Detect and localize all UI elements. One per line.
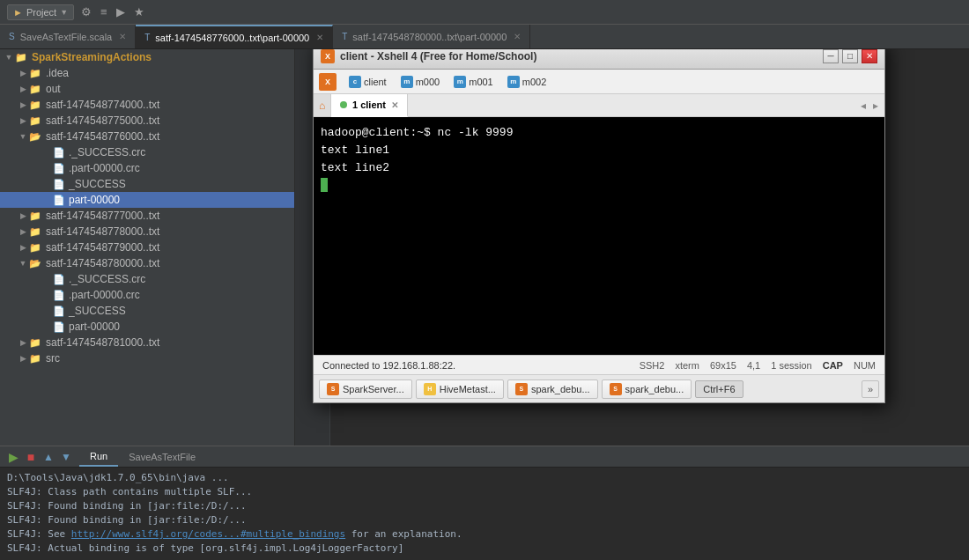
top-bar-left: ► Project ▼ ⚙ ≡ ▶ ★ (0, 4, 153, 20)
sidebar: ▼ 📁 SparkStreamingActions ▶ 📁 .idea ▶ 📁 … (0, 49, 295, 446)
xshell-app-icon: X (321, 49, 335, 63)
xshell-taskbar-sparkserver[interactable]: S SparkServer... (319, 379, 412, 399)
m001-sess-icon: m (454, 76, 466, 88)
sidebar-item-success-776[interactable]: 📄 _SUCCESS (0, 176, 294, 192)
xshell-taskbar-hivemetast[interactable]: H HiveMetast... (416, 379, 504, 399)
bottom-tab-save-label: SaveAsTextFile (129, 452, 196, 462)
success-780-label: _SUCCESS (69, 305, 126, 317)
xshell-close-btn[interactable]: ✕ (862, 49, 877, 63)
sparkdebu1-icon: S (515, 383, 528, 395)
sidebar-item-satf777[interactable]: ▶ 📁 satf-1474548777000..txt (0, 208, 294, 224)
run-arrow-up-btn[interactable]: ▲ (41, 449, 56, 465)
sidebar-item-idea[interactable]: ▶ 📁 .idea (0, 65, 294, 81)
sidebar-item-satf775[interactable]: ▶ 📁 satf-1474548775000..txt (0, 113, 294, 129)
out-folder-icon: 📁 (28, 84, 42, 95)
tab-scala-icon: S (9, 32, 15, 41)
xshell-status-right: SSH2 xterm 69x15 4,1 1 session CAP NUM (640, 360, 876, 371)
tab-saveastextfile-close[interactable]: ✕ (119, 32, 126, 41)
run-play-btn[interactable]: ▶ (5, 449, 21, 465)
bottom-panel: ▶ ■ ▲ ▼ Run SaveAsTextFile D:\Tools\Java… (0, 446, 969, 560)
xshell-size-status: 69x15 (710, 360, 736, 371)
sidebar-item-part-crc-780[interactable]: 📄 .part-00000.crc (0, 287, 294, 303)
xshell-taskbar-sparkdebu2[interactable]: S spark_debu... (602, 379, 692, 399)
xshell-tab-client-label: 1 client (352, 99, 386, 110)
build-icon[interactable]: ≡ (99, 4, 109, 20)
sparkserver-label: SparkServer... (343, 384, 404, 394)
sidebar-item-satf781[interactable]: ▶ 📁 satf-1474548781000..txt (0, 335, 294, 350)
bottom-tab-run[interactable]: Run (79, 446, 118, 467)
sidebar-item-part-776[interactable]: 📄 part-00000 (0, 192, 294, 208)
xshell-maximize-btn[interactable]: □ (842, 49, 858, 63)
sidebar-item-success-crc-780[interactable]: 📄 ._SUCCESS.crc (0, 271, 294, 287)
xshell-m000-btn[interactable]: m m000 (396, 74, 446, 90)
satf777-folder-icon: 📁 (28, 210, 42, 222)
xshell-m001-btn[interactable]: m m001 (448, 74, 499, 90)
xshell-tab-client[interactable]: 1 client ✕ (331, 94, 408, 117)
sidebar-item-satf774[interactable]: ▶ 📁 satf-1474548774000..txt (0, 97, 294, 113)
xshell-window: X client - Xshell 4 (Free for Home/Schoo… (313, 49, 885, 403)
sidebar-item-satf778[interactable]: ▶ 📁 satf-1474548778000..txt (0, 224, 294, 239)
run-arrow-down-btn[interactable]: ▼ (58, 449, 74, 465)
project-label: Project (26, 7, 56, 18)
sidebar-item-success-780[interactable]: 📄 _SUCCESS (0, 303, 294, 319)
project-dropdown[interactable]: ► Project ▼ (7, 4, 74, 20)
tab-satf-776-close[interactable]: ✕ (316, 33, 323, 42)
idea-arrow: ▶ (18, 69, 28, 77)
xshell-taskbar-sparkdebu1[interactable]: S spark_debu... (507, 379, 598, 399)
xshell-client-btn[interactable]: c client (344, 74, 392, 90)
xshell-terminal[interactable]: hadoop@client:~$ nc -lk 9999 text line1 … (314, 117, 884, 355)
xshell-title-left: X client - Xshell 4 (Free for Home/Schoo… (321, 49, 536, 63)
part-780-label: part-00000 (69, 321, 120, 333)
xshell-tab-close[interactable]: ✕ (391, 100, 398, 110)
xshell-win-btns: ─ □ ✕ (823, 49, 877, 63)
root-folder-icon: 📁 (14, 52, 28, 63)
m002-sess-icon: m (507, 76, 520, 88)
sidebar-root[interactable]: ▼ 📁 SparkStreamingActions (0, 49, 294, 65)
ctrl-f6-label: Ctrl+F6 (703, 384, 735, 394)
root-arrow: ▼ (4, 53, 14, 62)
debug-icon[interactable]: ★ (132, 4, 146, 20)
ide-container: ► Project ▼ ⚙ ≡ ▶ ★ S SaveAsTextFile.sca… (0, 0, 969, 560)
top-bar: ► Project ▼ ⚙ ≡ ▶ ★ (0, 0, 969, 25)
sparkdebu2-label: spark_debu... (625, 384, 684, 394)
sidebar-item-satf779[interactable]: ▶ 📁 satf-1474548779000..txt (0, 239, 294, 255)
sidebar-item-part-crc-776[interactable]: 📄 .part-00000.crc (0, 160, 294, 176)
src-arrow: ▶ (18, 354, 28, 363)
sidebar-content: ▼ 📁 SparkStreamingActions ▶ 📁 .idea ▶ 📁 … (0, 49, 294, 446)
tab-satf-776[interactable]: T satf-1474548776000..txt\part-00000 ✕ (136, 25, 333, 48)
log-line-5-link[interactable]: http://www.slf4j.org/codes...#multiple_b… (71, 528, 345, 540)
part-crc-776-icon: 📄 (53, 163, 65, 174)
xshell-ctrl-f6[interactable]: Ctrl+F6 (695, 380, 743, 398)
part-776-label: part-00000 (69, 194, 120, 206)
sidebar-item-success-crc-776[interactable]: 📄 ._SUCCESS.crc (0, 144, 294, 160)
sparkserver-icon: S (327, 383, 339, 395)
xshell-bottom-bar: S SparkServer... H HiveMetast... S spark… (314, 374, 884, 402)
log-line-5-prefix: SLF4J: See (7, 528, 71, 540)
bottom-tab-saveastextfile[interactable]: SaveAsTextFile (118, 446, 206, 467)
xshell-nav-prev[interactable]: ◂ (858, 99, 869, 112)
log-line-5-suffix: for an explanation. (351, 528, 462, 540)
sidebar-item-src[interactable]: ▶ 📁 src (0, 350, 294, 366)
tab-satf-780[interactable]: T satf-1474548780000..txt\part-00000 ✕ (333, 25, 530, 48)
satf780-folder-icon: 📂 (28, 258, 42, 269)
tab-satf-780-close[interactable]: ✕ (514, 32, 521, 41)
satf775-folder-icon: 📁 (28, 115, 42, 127)
sidebar-item-satf780[interactable]: ▼ 📂 satf-1474548780000..txt (0, 255, 294, 271)
success-crc-780-icon: 📄 (53, 274, 65, 285)
xshell-minimize-btn[interactable]: ─ (823, 49, 839, 63)
settings-icon[interactable]: ⚙ (79, 4, 93, 20)
sidebar-item-satf776[interactable]: ▼ 📂 satf-1474548776000..txt (0, 129, 294, 144)
xshell-tabs-bar: ⌂ 1 client ✕ ◂ ▸ (314, 94, 884, 117)
xshell-toolbar-icon: X (319, 73, 337, 91)
run-icon[interactable]: ▶ (115, 4, 127, 20)
xshell-m002-btn[interactable]: m m002 (502, 74, 552, 90)
satf781-folder-icon: 📁 (28, 337, 42, 349)
src-folder-icon: 📁 (28, 353, 42, 365)
xshell-client-label: client (364, 77, 387, 87)
xshell-expand-btn[interactable]: » (862, 380, 879, 398)
tab-saveastextfile[interactable]: S SaveAsTextFile.scala ✕ (0, 25, 136, 48)
xshell-nav-next[interactable]: ▸ (870, 99, 881, 112)
sidebar-item-part-780[interactable]: 📄 part-00000 (0, 319, 294, 335)
sidebar-item-out[interactable]: ▶ 📁 out (0, 81, 294, 97)
run-stop-btn[interactable]: ■ (23, 449, 39, 465)
